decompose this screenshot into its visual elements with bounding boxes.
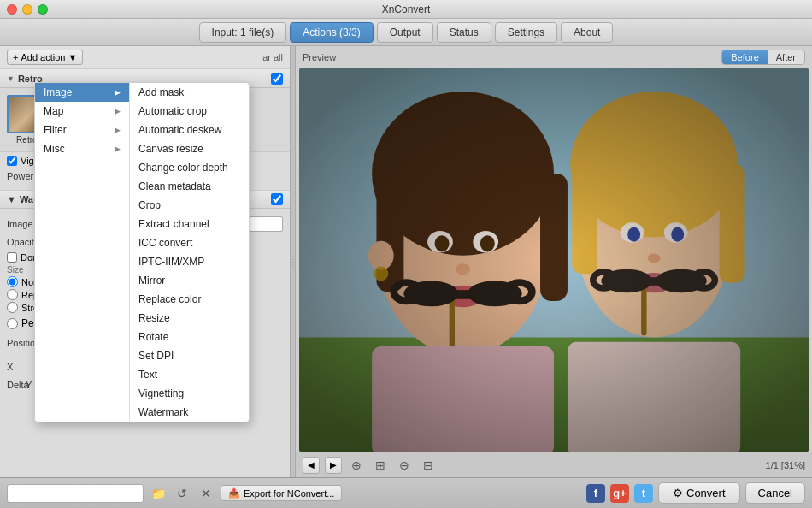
watermark-enabled-checkbox[interactable] (271, 193, 283, 205)
tab-about[interactable]: About (561, 22, 613, 43)
right-panel: Preview Before After (296, 46, 812, 477)
submenu-auto-deskew[interactable]: Automatic deskew (130, 121, 249, 139)
minimize-button[interactable] (22, 4, 32, 15)
zoom-fit-button[interactable]: ⊞ (371, 458, 390, 473)
preview-label: Preview (303, 52, 336, 62)
maximize-button[interactable] (38, 4, 48, 15)
bottom-bar: 📁 ↺ ✕ 📤 Export for NConvert... f g+ t ⚙ … (0, 477, 812, 508)
tab-input[interactable]: Input: 1 file(s) (199, 22, 287, 43)
submenu-clean-metadata[interactable]: Clean metadata (130, 177, 249, 196)
titlebar: XnConvert (0, 0, 812, 19)
submenu-replace-color[interactable]: Replace color (130, 290, 249, 309)
submenu-add-mask[interactable]: Add mask (130, 83, 249, 102)
delete-button[interactable]: ✕ (197, 484, 215, 503)
cancel-button[interactable]: Cancel (745, 482, 805, 504)
export-icon: 📤 (228, 487, 240, 499)
submenu-iptc[interactable]: IPTC-IIM/XMP (130, 252, 249, 271)
percentage-radio[interactable] (7, 318, 18, 329)
convert-button[interactable]: ⚙ Convert (658, 482, 740, 504)
submenu-set-dpi[interactable]: Set DPI (130, 346, 249, 365)
add-action-dropdown: Image ▶ Map ▶ Filter ▶ Misc ▶ Add mask (34, 82, 250, 422)
dropdown-main-col: Image ▶ Map ▶ Filter ▶ Misc ▶ (35, 83, 129, 422)
submenu-color-depth[interactable]: Change color depth (130, 158, 249, 177)
left-panel: + Add action ▼ ar all ▼ Retro Retro 0 (0, 46, 291, 477)
twitter-button[interactable]: t (634, 484, 653, 503)
chevron-down-icon: ▼ (68, 52, 77, 62)
path-input[interactable] (7, 484, 144, 503)
zoom-in-button[interactable]: ⊕ (347, 458, 366, 473)
after-button[interactable]: After (768, 50, 804, 64)
submenu-watermark[interactable]: Watermark (130, 403, 249, 422)
svg-rect-39 (299, 68, 809, 452)
googleplus-icon: g+ (613, 487, 627, 499)
submenu-resize[interactable]: Resize (130, 309, 249, 328)
submenu-extract-channel[interactable]: Extract channel (130, 215, 249, 233)
zoom-out-icon: ⊖ (399, 458, 409, 472)
submenu-icc-convert[interactable]: ICC convert (130, 233, 249, 252)
tab-actions[interactable]: Actions (3/3) (290, 22, 373, 43)
dropdown-submenu-image: Add mask Automatic crop Automatic deskew… (129, 83, 249, 422)
collapse-arrow-icon: ▼ (7, 74, 15, 83)
x-label: X (7, 362, 32, 372)
clear-all-label: ar all (262, 52, 283, 62)
before-button[interactable]: Before (722, 50, 767, 64)
dropdown-misc[interactable]: Misc ▶ (35, 139, 129, 158)
zoom-actual-button[interactable]: ⊟ (419, 458, 438, 473)
submenu-canvas-resize[interactable]: Canvas resize (130, 139, 249, 158)
dropdown-filter-label: Filter (44, 124, 67, 136)
submenu-vignetting[interactable]: Vignetting (130, 384, 249, 403)
filter-arrow-icon: ▶ (115, 126, 121, 134)
nav-right-icon: ▶ (330, 460, 337, 470)
folder-icon: 📁 (151, 487, 166, 500)
submenu-rotate[interactable]: Rotate (130, 328, 249, 346)
vignette-checkbox[interactable] (7, 156, 17, 166)
dropdown-image[interactable]: Image ▶ (35, 83, 129, 102)
plus-icon: + (13, 52, 18, 62)
tab-status[interactable]: Status (437, 22, 491, 43)
dropdown-misc-label: Misc (44, 143, 65, 155)
tab-output[interactable]: Output (377, 22, 433, 43)
zoom-out-button[interactable]: ⊖ (395, 458, 414, 473)
dropdown-image-label: Image (44, 86, 72, 98)
add-action-button[interactable]: + Add action ▼ (7, 50, 83, 65)
close-button[interactable] (7, 4, 17, 15)
preview-image-area (299, 68, 809, 452)
clear-all-button[interactable]: ar all (262, 52, 283, 62)
nav-left-icon: ◀ (308, 460, 315, 470)
submenu-auto-crop[interactable]: Automatic crop (130, 102, 249, 121)
delete-icon: ✕ (201, 487, 211, 500)
social-icons: f g+ t (586, 484, 653, 503)
dont-use-alpha-checkbox[interactable] (7, 252, 17, 263)
window-controls[interactable] (7, 4, 48, 15)
preview-header: Preview Before After (296, 46, 812, 68)
normal-radio[interactable] (7, 276, 18, 287)
repeat-radio[interactable] (7, 289, 18, 300)
googleplus-button[interactable]: g+ (610, 484, 629, 503)
tab-settings[interactable]: Settings (495, 22, 557, 43)
zoom-actual-icon: ⊟ (423, 458, 433, 472)
stretch-radio[interactable] (7, 302, 18, 313)
nav-next-button[interactable]: ▶ (325, 457, 342, 474)
twitter-icon: t (642, 487, 645, 499)
refresh-button[interactable]: ↺ (173, 484, 191, 503)
misc-arrow-icon: ▶ (115, 145, 121, 153)
convert-label: Convert (686, 487, 726, 499)
window-title: XnConvert (382, 3, 431, 15)
zoom-fit-icon: ⊞ (375, 458, 385, 472)
dropdown-filter[interactable]: Filter ▶ (35, 121, 129, 139)
export-button[interactable]: 📤 Export for NConvert... (221, 485, 342, 501)
preview-photo (299, 68, 809, 452)
submenu-text[interactable]: Text (130, 365, 249, 384)
folder-button[interactable]: 📁 (149, 484, 168, 503)
nav-prev-button[interactable]: ◀ (303, 457, 320, 474)
submenu-mirror[interactable]: Mirror (130, 271, 249, 290)
dropdown-map[interactable]: Map ▶ (35, 102, 129, 121)
add-action-label: Add action (21, 52, 65, 62)
submenu-crop[interactable]: Crop (130, 196, 249, 215)
facebook-icon: f (594, 487, 597, 499)
main-area: + Add action ▼ ar all ▼ Retro Retro 0 (0, 46, 812, 477)
page-info: 1/1 [31%] (766, 460, 805, 470)
toolbar: Input: 1 file(s) Actions (3/3) Output St… (0, 19, 812, 46)
retro-enabled-checkbox[interactable] (271, 73, 283, 85)
facebook-button[interactable]: f (586, 484, 605, 503)
